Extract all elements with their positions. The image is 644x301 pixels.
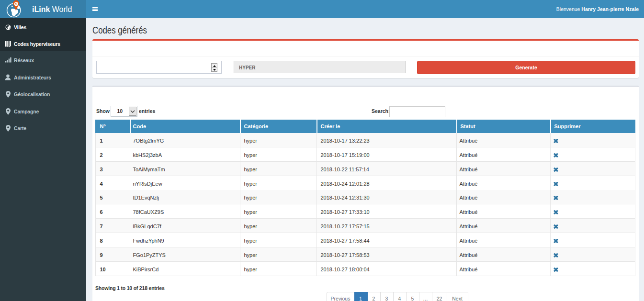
- svg-text:S: S: [15, 2, 17, 6]
